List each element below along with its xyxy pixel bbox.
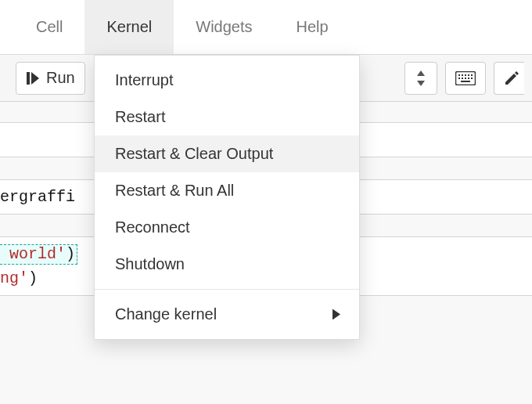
cell-text-fragment-content: ergraffi	[0, 188, 75, 206]
menu-separator	[95, 289, 359, 290]
command-palette-button[interactable]	[445, 62, 486, 95]
svg-rect-0	[27, 72, 30, 85]
svg-marker-1	[31, 72, 39, 85]
svg-rect-10	[458, 78, 460, 79]
menu-help[interactable]: Help	[275, 0, 350, 54]
svg-rect-14	[471, 78, 473, 79]
kernel-restart-clear-output[interactable]: Restart & Clear Output	[95, 135, 359, 172]
svg-rect-11	[462, 78, 463, 79]
svg-rect-8	[468, 74, 469, 76]
svg-rect-5	[458, 74, 460, 76]
run-button[interactable]: Run	[16, 62, 85, 95]
pencil-icon	[504, 70, 519, 86]
svg-rect-6	[462, 74, 463, 76]
svg-rect-12	[465, 78, 466, 79]
select-caret-icon	[416, 70, 426, 86]
kernel-shutdown[interactable]: Shutdown	[95, 246, 359, 283]
cell-type-select[interactable]	[404, 62, 437, 95]
kernel-interrupt[interactable]: Interrupt	[95, 62, 359, 99]
svg-rect-15	[461, 81, 470, 82]
kernel-reconnect[interactable]: Reconnect	[95, 209, 359, 246]
menu-cell[interactable]: Cell	[14, 0, 84, 54]
kernel-restart[interactable]: Restart	[95, 99, 359, 135]
svg-rect-7	[465, 74, 466, 76]
edit-button[interactable]	[494, 62, 524, 95]
run-icon	[26, 71, 40, 85]
svg-rect-9	[471, 74, 473, 76]
svg-marker-16	[332, 308, 340, 319]
kernel-change-kernel-label: Change kernel	[115, 305, 217, 323]
menu-bar: Cell Kernel Widgets Help	[0, 0, 532, 55]
svg-marker-2	[417, 70, 425, 76]
keyboard-icon	[455, 71, 476, 85]
kernel-change-kernel[interactable]: Change kernel	[95, 296, 359, 333]
run-label: Run	[46, 69, 75, 87]
kernel-menu-dropdown: Interrupt Restart Restart & Clear Output…	[94, 55, 360, 340]
menu-widgets[interactable]: Widgets	[174, 0, 274, 54]
kernel-restart-run-all[interactable]: Restart & Run All	[95, 172, 359, 209]
menu-kernel[interactable]: Kernel	[84, 0, 174, 54]
svg-marker-3	[417, 81, 425, 86]
svg-rect-13	[468, 78, 469, 79]
submenu-caret-icon	[332, 305, 340, 323]
